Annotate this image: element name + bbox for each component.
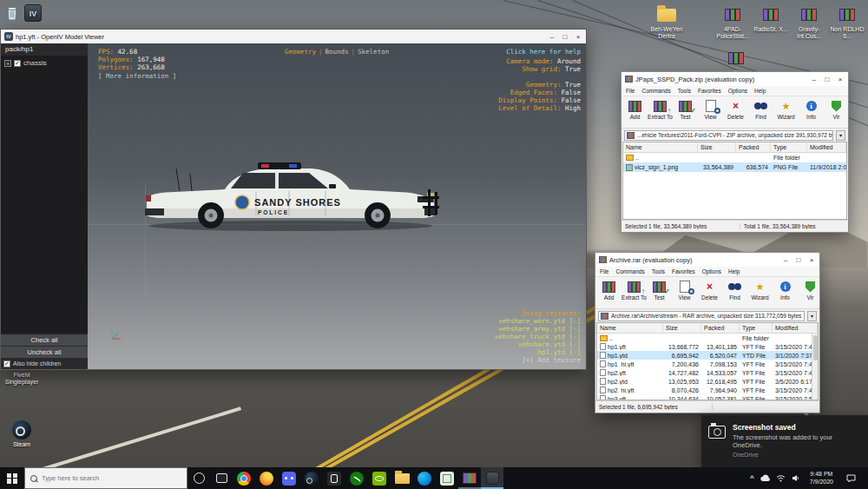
menu-favorites[interactable]: Favorites (672, 268, 695, 274)
address-box[interactable]: ...ehicle Textures\2011-Ford-CVPI - ZIP … (624, 130, 833, 141)
find-button[interactable]: Find (722, 279, 747, 301)
close-button[interactable]: × (836, 76, 845, 83)
desktop-icon-steam[interactable]: Steam (0, 420, 45, 448)
close-button[interactable]: × (574, 33, 582, 41)
desktop-icon-archive-1[interactable]: 4PAD-PoliceStat... (713, 5, 752, 40)
delete-button[interactable]: ×Delete (723, 98, 748, 120)
taskbar-app-file-explorer[interactable] (391, 467, 413, 489)
vertical-scrollbar[interactable] (812, 334, 818, 400)
menu-favorites[interactable]: Favorites (698, 88, 721, 94)
find-button[interactable]: Find (748, 98, 773, 120)
menu-file[interactable]: File (600, 268, 608, 274)
info-button[interactable]: iInfo (799, 98, 824, 120)
desktop-icon-archive-4[interactable]: Non RDLHD 6... (828, 5, 866, 40)
column-modified[interactable]: Modified (807, 142, 846, 152)
table-row[interactable]: hp2.yft 14,727,482 14,533,057 YFT File 3… (597, 368, 818, 377)
expand-icon[interactable]: + (4, 60, 11, 67)
wizard-button[interactable]: ★Wizard (747, 279, 773, 301)
column-modified[interactable]: Modified (773, 323, 818, 333)
cortana-button[interactable] (187, 467, 210, 489)
maximize-button[interactable]: □ (794, 256, 803, 264)
menu-options[interactable]: Options (728, 88, 747, 94)
extract-to-button[interactable]: ↑Extract To (648, 98, 673, 120)
taskbar-app-discord[interactable] (278, 467, 300, 489)
table-row[interactable]: .. File folder (623, 153, 846, 162)
menu-file[interactable]: File (626, 88, 635, 94)
taskbar-app-firefox[interactable] (255, 467, 278, 489)
desktop-icon-archive-2[interactable]: RadioSt. X... (752, 5, 790, 33)
tab-geometry[interactable]: Geometry (285, 48, 316, 56)
column-name[interactable]: Name (597, 323, 663, 333)
minimize-button[interactable]: – (810, 76, 819, 83)
taskbar-app-xbox[interactable] (345, 467, 368, 489)
column-size[interactable]: Size (663, 323, 701, 333)
taskbar-app-openiv[interactable] (481, 467, 503, 489)
column-name[interactable]: Name (623, 142, 698, 152)
close-button[interactable]: × (807, 256, 816, 264)
winrar-titlebar[interactable]: JPaps_SSPD_Pack.zip (evaluation copy) – … (621, 72, 848, 86)
table-row[interactable]: hp1.yft 13,668,772 13,401,185 YFT File 3… (597, 342, 818, 351)
notification-toast[interactable]: Screenshot saved The screenshot was adde… (701, 415, 868, 467)
test-button[interactable]: ✓Test (673, 98, 698, 120)
table-row[interactable]: hp2_hi.yft 8,070,426 7,964,940 YFT File … (597, 386, 818, 394)
taskbar-app-geforce[interactable] (368, 467, 391, 489)
menu-options[interactable]: Options (702, 268, 721, 274)
test-button[interactable]: ✓Test (647, 279, 672, 301)
taskbar-clock[interactable]: 9:48 PM 7/9/2020 (806, 471, 837, 486)
model-viewport[interactable]: SANDY SHORES POLICE FPS: 42.68 Polygons:… (88, 43, 586, 369)
search-input[interactable] (42, 474, 172, 482)
table-row-selected[interactable]: hp1.ytd 6,695,942 6,520,047 YTD File 3/1… (597, 351, 818, 360)
column-size[interactable]: Size (698, 142, 736, 152)
texture-item[interactable]: vehshare_truck.ytd [-] (495, 333, 581, 340)
tray-chevron-icon[interactable]: ^ (750, 474, 754, 482)
uncheck-all-button[interactable]: Uncheck all (1, 346, 88, 358)
check-all-button[interactable]: Check all (1, 334, 88, 346)
add-button[interactable]: Add (622, 98, 648, 120)
view-button[interactable]: View (698, 98, 723, 120)
openiv-titlebar[interactable]: IV hp1.yft - OpenIV Model Viewer – □ × (1, 30, 586, 43)
column-packed[interactable]: Packed (701, 323, 740, 333)
texture-item[interactable]: vehshare_army.ytd [-] (495, 325, 581, 333)
texture-item[interactable]: vehshare.ytd [-] (495, 340, 581, 348)
onedrive-cloud-icon[interactable] (760, 474, 770, 482)
menu-tools[interactable]: Tools (652, 268, 665, 274)
add-texture-link[interactable]: [+] Add texture (495, 356, 581, 364)
delete-button[interactable]: ×Delete (697, 279, 722, 301)
winrar-titlebar[interactable]: Archive.rar (evaluation copy) – □ × (595, 253, 819, 267)
chassis-checkbox[interactable]: ✓ (14, 60, 21, 67)
taskbar-app-steam[interactable] (300, 467, 323, 489)
model-tree-node-chassis[interactable]: + ✓ chassis (1, 56, 88, 70)
desktop-icon-openiv[interactable]: IV (16, 3, 50, 24)
taskbar-app-epic[interactable] (323, 467, 345, 489)
taskbar-search[interactable] (24, 467, 187, 489)
also-hide-children-checkbox[interactable]: ✓ (3, 360, 10, 367)
taskbar-app-chrome[interactable] (233, 467, 255, 489)
menu-commands[interactable]: Commands (615, 268, 644, 274)
more-information-link[interactable]: [ More information ] (98, 72, 176, 80)
tab-bounds[interactable]: Bounds (325, 48, 348, 56)
column-packed[interactable]: Packed (736, 142, 771, 152)
taskbar-app-edge[interactable] (413, 467, 436, 489)
menu-tools[interactable]: Tools (678, 88, 691, 94)
wifi-icon[interactable] (776, 474, 786, 482)
address-box[interactable]: Archive.rar\Archive\stream - RAR archive… (598, 311, 805, 321)
minimize-button[interactable]: – (781, 256, 790, 264)
minimize-button[interactable]: – (548, 33, 556, 41)
address-dropdown-button[interactable]: ▾ (836, 130, 845, 141)
table-row[interactable]: hp3.yft 10,344,634 10,057,381 YFT File 3… (597, 394, 818, 400)
address-dropdown-button[interactable]: ▾ (807, 311, 817, 321)
column-type[interactable]: Type (771, 142, 807, 152)
table-row[interactable]: .. File folder (597, 334, 818, 342)
tab-skeleton[interactable]: Skeleton (358, 48, 389, 56)
table-row[interactable]: hp2.ytd 13,025,953 12,618,495 YFT File 3… (597, 377, 818, 386)
action-center-button[interactable] (843, 471, 863, 486)
menu-help[interactable]: Help (728, 268, 740, 274)
table-row-selected[interactable]: vicz_sign_1.png 33,564,389 636,574 PNG F… (623, 162, 846, 172)
add-button[interactable]: Add (596, 279, 621, 301)
virusscan-button[interactable]: Vir (798, 279, 819, 301)
maximize-button[interactable]: □ (823, 76, 832, 83)
start-button[interactable] (0, 467, 24, 489)
taskbar-app-winrar[interactable] (458, 467, 481, 489)
menu-help[interactable]: Help (754, 88, 766, 94)
model-tree-root[interactable]: pack/hp1 (1, 43, 88, 56)
